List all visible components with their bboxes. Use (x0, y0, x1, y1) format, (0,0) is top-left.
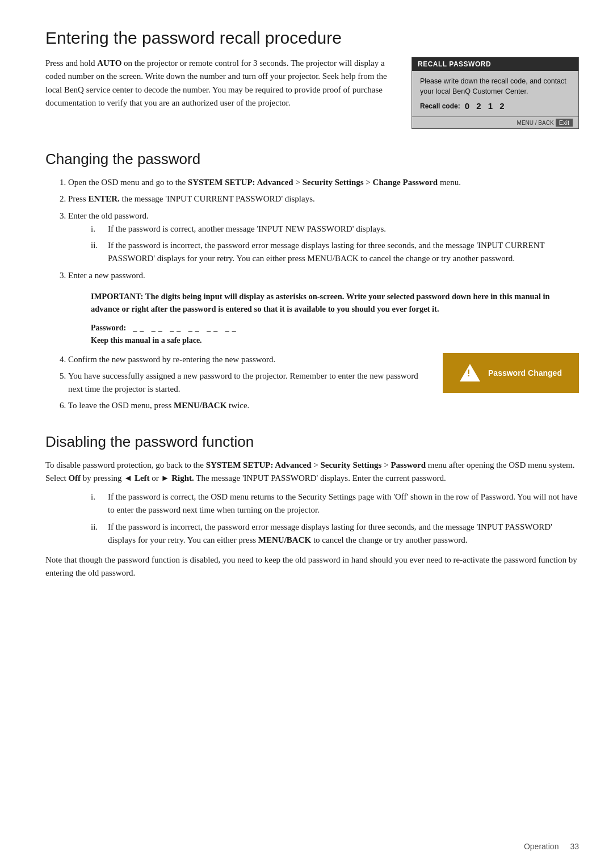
step-1: Open the OSD menu and go to the SYSTEM S… (68, 176, 579, 189)
password-label: Password: (91, 324, 126, 332)
recall-password-box: RECALL PASSWORD Please write down the re… (412, 57, 579, 129)
disable-password-list: If the password is correct, the OSD menu… (91, 490, 579, 547)
password-changed-box: Password Changed (443, 353, 579, 393)
recall-box-header: RECALL PASSWORD (412, 57, 578, 71)
top-section: RECALL PASSWORD Please write down the re… (45, 57, 579, 135)
step-4-enter-new: Enter a new password. (68, 269, 579, 282)
recall-instruction: Please write down the recall code, and c… (420, 77, 570, 97)
recall-code-row: Recall code: 0 2 1 2 (420, 101, 570, 111)
disable-list-1ii: If the password is incorrect, the passwo… (91, 521, 579, 547)
keep-safe: Keep this manual in a safe place. (91, 336, 579, 345)
step-3ii: If the password is incorrect, the passwo… (91, 239, 579, 266)
recall-box-footer: MENU / BACK Exit (412, 116, 578, 128)
left-arrow-icon (124, 473, 135, 483)
recall-box-body: Please write down the recall code, and c… (412, 71, 578, 116)
recall-footer-prefix: MENU / BACK (517, 120, 554, 126)
step-leave: To leave the OSD menu, press MENU/BACK t… (68, 399, 579, 412)
recall-code-label: Recall code: (420, 102, 460, 110)
step-3i: If the password is correct, another mess… (91, 223, 579, 236)
section1-heading: Entering the password recall procedure (45, 28, 579, 48)
page-footer: Operation 33 (524, 842, 579, 851)
step-3-substeps: If the password is correct, another mess… (91, 223, 579, 266)
important-note: IMPORTANT: The digits being input will d… (91, 290, 579, 316)
recall-footer-action: Exit (556, 119, 573, 127)
right-arrow-icon (161, 473, 172, 483)
section3-heading: Disabling the password function (45, 433, 579, 451)
section3-final-note: Note that though the password function i… (45, 553, 579, 580)
section3-intro: To disable password protection, go back … (45, 459, 579, 485)
recall-code-value: 0 2 1 2 (465, 101, 507, 111)
step-2: Press ENTER. the message 'INPUT CURRENT … (68, 192, 579, 206)
password-line: Password: __ __ __ __ __ __ (91, 324, 579, 333)
section-label: Operation (524, 842, 559, 851)
page-number: 33 (570, 842, 579, 851)
change-password-steps: Open the OSD menu and go to the SYSTEM S… (68, 176, 579, 282)
disable-list-1i: If the password is correct, the OSD menu… (91, 490, 579, 517)
password-blanks: __ __ __ __ __ __ (128, 324, 239, 333)
step-3: Enter the old password. If the password … (68, 209, 579, 266)
warning-triangle-icon (460, 364, 480, 381)
section2-heading: Changing the password (45, 150, 579, 168)
password-changed-section: Password Changed Confirm the new passwor… (45, 353, 579, 417)
password-changed-label: Password Changed (488, 368, 562, 378)
